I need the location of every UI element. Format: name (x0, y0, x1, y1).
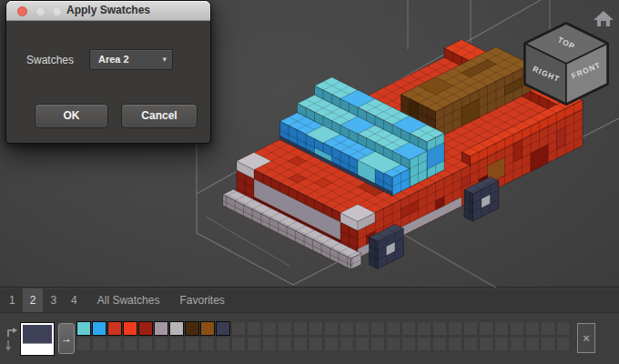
dialog-title: Apply Swatches (6, 4, 210, 16)
palette-tab-all-swatches[interactable]: All Swatches (90, 288, 167, 312)
swatch-empty[interactable] (169, 337, 184, 351)
swatch-empty[interactable] (185, 337, 199, 351)
swatch-empty[interactable] (340, 321, 354, 336)
swatch-empty[interactable] (262, 337, 277, 351)
primary-color-swatch[interactable] (23, 325, 52, 344)
palette-tabs-bar: 1234All SwatchesFavorites (0, 288, 619, 313)
swatch-empty[interactable] (494, 321, 509, 336)
swatch-empty[interactable] (479, 321, 493, 336)
palette-tab-3[interactable]: 3 (43, 288, 64, 312)
swatch-6[interactable] (169, 321, 184, 336)
swatch-empty[interactable] (216, 337, 230, 351)
swatch-empty[interactable] (138, 337, 153, 351)
swatch-0[interactable] (76, 321, 91, 336)
swatch-empty[interactable] (386, 321, 401, 336)
swatch-empty[interactable] (324, 337, 339, 351)
swatch-empty[interactable] (463, 337, 478, 351)
swatch-empty[interactable] (479, 337, 493, 351)
swatch-empty[interactable] (417, 321, 431, 336)
swatch-empty[interactable] (448, 337, 462, 351)
palette-tab-4[interactable]: 4 (64, 288, 85, 312)
swatches-dropdown-value: Area 2 (98, 54, 129, 65)
swatch-empty[interactable] (370, 337, 385, 351)
swatch-grid (76, 321, 571, 351)
swatch-empty[interactable] (231, 321, 246, 336)
swatch-empty[interactable] (92, 337, 107, 351)
clear-swatch-button[interactable]: × (577, 323, 595, 353)
swatch-empty[interactable] (494, 337, 509, 351)
swatch-empty[interactable] (123, 337, 137, 351)
swatch-empty[interactable] (432, 337, 447, 351)
swatch-9[interactable] (216, 321, 230, 336)
color-well[interactable] (20, 322, 55, 356)
swatch-empty[interactable] (510, 337, 524, 351)
swatch-empty[interactable] (247, 337, 261, 351)
secondary-color-swatch[interactable] (23, 344, 52, 353)
swatch-5[interactable] (154, 321, 168, 336)
swatch-empty[interactable] (262, 321, 277, 336)
swatch-empty[interactable] (340, 337, 354, 351)
swatch-empty[interactable] (247, 321, 261, 336)
swatch-empty[interactable] (293, 321, 308, 336)
home-icon[interactable] (594, 11, 614, 26)
swatch-3[interactable] (123, 321, 137, 336)
swatch-2[interactable] (107, 321, 122, 336)
cancel-button[interactable]: Cancel (121, 104, 198, 128)
swatch-panel: → × (0, 314, 619, 364)
swatch-empty[interactable] (355, 337, 370, 351)
swatch-empty[interactable] (556, 321, 571, 336)
swatch-empty[interactable] (417, 337, 431, 351)
swatch-empty[interactable] (370, 321, 385, 336)
swatch-8[interactable] (200, 321, 215, 336)
swatch-empty[interactable] (525, 337, 540, 351)
swap-colors-icon[interactable] (5, 324, 19, 355)
chevron-down-icon: ▾ (162, 55, 167, 64)
swatch-empty[interactable] (309, 321, 323, 336)
swatch-empty[interactable] (309, 337, 323, 351)
swatch-empty[interactable] (401, 321, 416, 336)
swatch-empty[interactable] (278, 321, 292, 336)
swatch-empty[interactable] (154, 337, 168, 351)
apply-swatches-dialog: Apply Swatches Swatches Area 2 ▾ OK Canc… (5, 0, 211, 144)
palette-tab-2[interactable]: 2 (23, 288, 44, 312)
swatch-empty[interactable] (386, 337, 401, 351)
swatch-4[interactable] (138, 321, 153, 336)
app-window: TOP RIGHT FRONT Apply Swatches Swatches … (0, 0, 619, 364)
swatch-empty[interactable] (525, 321, 540, 336)
swatch-1[interactable] (92, 321, 107, 336)
swatch-7[interactable] (185, 321, 199, 336)
viewcube[interactable]: TOP RIGHT FRONT (525, 24, 607, 104)
swatch-empty[interactable] (293, 337, 308, 351)
swatches-label: Swatches (26, 54, 74, 66)
swatch-empty[interactable] (355, 321, 370, 336)
swatch-empty[interactable] (200, 337, 215, 351)
swatch-empty[interactable] (107, 337, 122, 351)
palette-tab-1[interactable]: 1 (2, 288, 23, 312)
palette-tab-favorites[interactable]: Favorites (172, 288, 231, 312)
swatch-empty[interactable] (401, 337, 416, 351)
apply-color-button[interactable]: → (58, 323, 75, 354)
swatch-empty[interactable] (324, 321, 339, 336)
swatch-empty[interactable] (231, 337, 246, 351)
swatch-empty[interactable] (541, 337, 555, 351)
dialog-titlebar[interactable]: Apply Swatches (6, 1, 210, 21)
swatch-empty[interactable] (76, 337, 91, 351)
swatch-empty[interactable] (432, 321, 447, 336)
swatch-empty[interactable] (510, 321, 524, 336)
swatch-empty[interactable] (541, 321, 555, 336)
swatch-empty[interactable] (278, 337, 292, 351)
ok-button[interactable]: OK (35, 104, 108, 128)
swatch-empty[interactable] (448, 321, 462, 336)
swatches-dropdown[interactable]: Area 2 ▾ (89, 49, 173, 70)
swatch-empty[interactable] (556, 337, 571, 351)
swatch-empty[interactable] (463, 321, 478, 336)
